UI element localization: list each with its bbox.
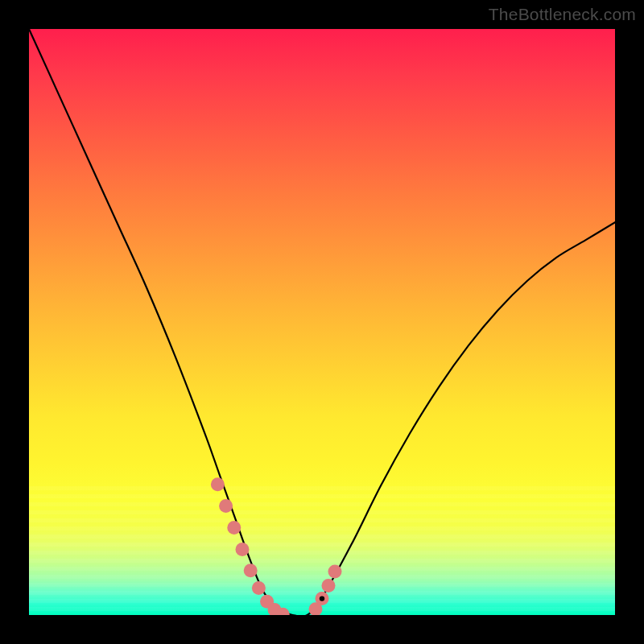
plot-area <box>29 29 615 615</box>
elbow-point-marker <box>320 596 324 601</box>
right-arm-markers-group <box>309 565 342 615</box>
highlight-marker <box>236 543 250 556</box>
highlight-marker <box>219 499 233 513</box>
highlight-marker <box>252 581 266 595</box>
watermark-label: TheBottleneck.com <box>489 5 636 24</box>
curve-layer <box>29 29 615 615</box>
chart-frame: TheBottleneck.com <box>0 0 644 644</box>
highlight-marker <box>322 579 336 592</box>
highlight-marker <box>244 564 258 577</box>
bottleneck-curve-path <box>29 29 615 615</box>
highlight-marker <box>328 565 342 579</box>
highlight-marker <box>211 477 225 491</box>
left-arm-markers-group <box>211 477 290 615</box>
highlight-marker <box>227 521 241 535</box>
